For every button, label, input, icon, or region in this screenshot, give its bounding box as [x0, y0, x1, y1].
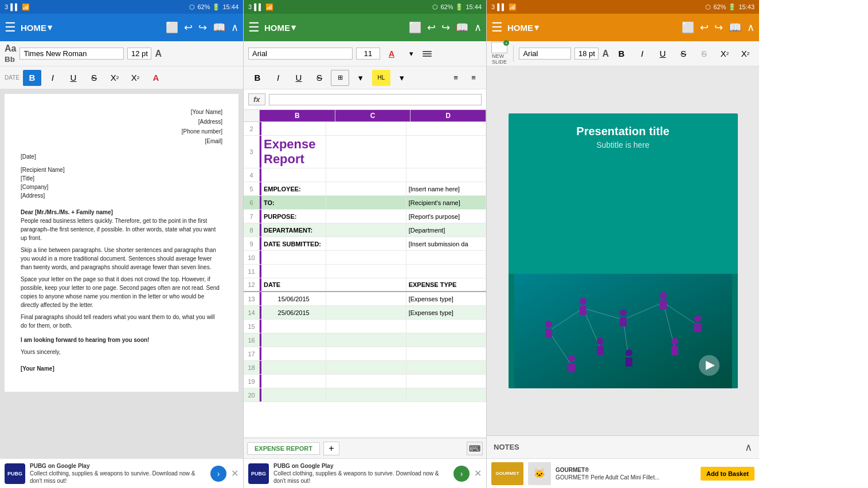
excel-borders-dropdown[interactable]: ▾ — [351, 70, 370, 86]
excel-cell-c19[interactable] — [326, 375, 406, 388]
excel-cell-c6[interactable] — [326, 196, 406, 209]
excel-cell-d4[interactable] — [406, 168, 486, 182]
excel-cell-b13[interactable]: 15/06/2015 — [260, 292, 326, 305]
word-font-size[interactable] — [127, 48, 151, 60]
excel-cell-d8[interactable]: [Department] — [406, 223, 486, 237]
word-subscript-button[interactable]: X2 — [105, 70, 124, 86]
excel-col-d-header[interactable]: D — [410, 110, 486, 121]
excel-cell-c16[interactable] — [326, 333, 406, 347]
word-bold-button[interactable]: B — [23, 70, 41, 86]
excel-cell-b7[interactable]: PURPOSE: — [260, 210, 326, 223]
redo-icon[interactable]: ↪ — [198, 21, 207, 34]
ppt-strikethrough-button[interactable]: S — [674, 46, 693, 62]
excel-cell-c14[interactable] — [326, 306, 406, 319]
excel-cell-c8[interactable] — [326, 223, 406, 237]
excel-cell-b3[interactable]: Expense Report — [260, 136, 326, 168]
word-document-area[interactable]: [Your Name] [Address] [Phone number] [Em… — [0, 89, 243, 458]
excel-cell-d9[interactable]: [Insert submission da — [406, 237, 486, 250]
excel-bold-button[interactable]: B — [248, 70, 267, 86]
excel-cell-b6[interactable]: TO: — [260, 196, 326, 209]
excel-cell-c5[interactable] — [326, 182, 406, 195]
excel-cell-d16[interactable] — [406, 333, 486, 347]
undo-icon[interactable]: ↩ — [184, 21, 193, 34]
excel-sheet-tab[interactable]: EXPENSE REPORT — [247, 442, 320, 455]
excel-cell-c20[interactable] — [326, 388, 406, 402]
ppt-bold-button[interactable]: B — [612, 46, 631, 62]
excel-font-name[interactable] — [248, 48, 353, 60]
excel-cell-b16[interactable] — [260, 333, 326, 347]
excel-cell-d6[interactable]: [Recipient's name] — [406, 196, 486, 209]
ppt-add-to-basket-button[interactable]: Add to Basket — [701, 467, 754, 481]
ppt-font-name[interactable] — [519, 48, 571, 60]
excel-strikethrough-button[interactable]: S — [310, 70, 329, 86]
excel-formula-input[interactable] — [269, 94, 482, 105]
excel-ad-arrow[interactable]: › — [453, 466, 470, 482]
excel-cell-c15[interactable] — [326, 320, 406, 333]
excel-align-right-button[interactable]: ≡ — [448, 70, 464, 85]
excel-underline-button[interactable]: U — [290, 70, 308, 86]
ppt-menu-button[interactable]: ☰ — [491, 20, 503, 35]
ppt-home-dropdown[interactable]: HOME ▾ — [507, 22, 539, 33]
excel-book-icon[interactable]: 📖 — [456, 21, 468, 34]
excel-ad-close[interactable]: ✕ — [474, 468, 482, 479]
excel-cell-b9[interactable]: DATE SUBMITTED: — [260, 237, 326, 250]
ppt-format-a-btn[interactable]: A — [602, 49, 609, 59]
excel-cell-b11[interactable] — [260, 265, 326, 278]
excel-sheet-body[interactable]: 2 3 Expense Report 4 — [244, 122, 486, 438]
excel-italic-button[interactable]: I — [269, 70, 287, 86]
excel-cell-d12[interactable]: EXPENSE TYPE — [406, 278, 486, 291]
ppt-book-icon[interactable]: 📖 — [729, 21, 741, 34]
excel-redo-icon[interactable]: ↪ — [441, 21, 450, 34]
word-home-dropdown[interactable]: HOME ▾ — [21, 22, 52, 33]
word-menu-button[interactable]: ☰ — [5, 20, 16, 35]
excel-cell-b15[interactable] — [260, 320, 326, 333]
excel-cell-c7[interactable] — [326, 210, 406, 223]
excel-cell-d11[interactable] — [406, 265, 486, 278]
ppt-italic-button[interactable]: I — [633, 46, 651, 62]
excel-cell-d20[interactable] — [406, 388, 486, 402]
excel-cell-c13[interactable] — [326, 292, 406, 305]
ppt-collapse-icon[interactable]: ∧ — [747, 21, 754, 34]
excel-menu-button[interactable]: ☰ — [248, 20, 260, 35]
word-ad-close[interactable]: ✕ — [231, 468, 238, 479]
excel-cell-d10[interactable] — [406, 251, 486, 264]
excel-highlight-dropdown[interactable]: ▾ — [393, 70, 411, 86]
excel-cell-d7[interactable]: [Report's purpose] — [406, 210, 486, 223]
excel-cell-c12[interactable] — [326, 278, 406, 291]
word-ad-arrow[interactable]: › — [210, 466, 226, 482]
excel-cell-d17[interactable] — [406, 347, 486, 360]
excel-cell-d18[interactable] — [406, 361, 486, 374]
excel-undo-icon[interactable]: ↩ — [427, 21, 436, 34]
ppt-font-size[interactable] — [574, 48, 599, 60]
book-icon[interactable]: 📖 — [213, 21, 225, 34]
word-italic-button[interactable]: I — [44, 70, 62, 86]
excel-cell-b18[interactable] — [260, 361, 326, 374]
excel-cell-c2[interactable] — [326, 122, 406, 135]
ppt-superscript-button[interactable]: X2 — [736, 46, 754, 62]
excel-borders-button[interactable]: ⊞ — [331, 70, 349, 86]
word-font-name[interactable] — [19, 48, 124, 60]
excel-cell-c18[interactable] — [326, 361, 406, 374]
excel-add-sheet-button[interactable]: + — [323, 442, 339, 455]
excel-cell-b2[interactable] — [260, 122, 326, 135]
excel-cell-b19[interactable] — [260, 375, 326, 388]
excel-highlight-button[interactable]: HL — [372, 70, 390, 86]
excel-font-color-dropdown[interactable]: ▾ — [403, 46, 419, 61]
excel-cell-c10[interactable] — [326, 251, 406, 264]
excel-save-icon[interactable]: ⬜ — [409, 21, 421, 34]
excel-keyboard-button[interactable]: ⌨ — [467, 442, 483, 455]
excel-cell-b17[interactable] — [260, 347, 326, 360]
excel-cell-d2[interactable] — [406, 122, 486, 135]
excel-cell-b14[interactable]: 25/06/2015 — [260, 306, 326, 319]
excel-cell-d3[interactable] — [406, 136, 486, 168]
excel-col-b-header[interactable]: B — [260, 110, 335, 121]
word-format-a-btn[interactable]: A — [155, 49, 162, 59]
ppt-save-icon[interactable]: ⬜ — [682, 21, 694, 34]
excel-font-size[interactable] — [356, 48, 380, 60]
ppt-redo-icon[interactable]: ↪ — [714, 21, 723, 34]
ppt-subscript-button[interactable]: X2 — [715, 46, 734, 62]
excel-cell-b5[interactable]: EMPLOYEE: — [260, 182, 326, 195]
ppt-underline-button[interactable]: U — [654, 46, 672, 62]
excel-cell-b4[interactable] — [260, 168, 326, 182]
excel-cell-b10[interactable] — [260, 251, 326, 264]
